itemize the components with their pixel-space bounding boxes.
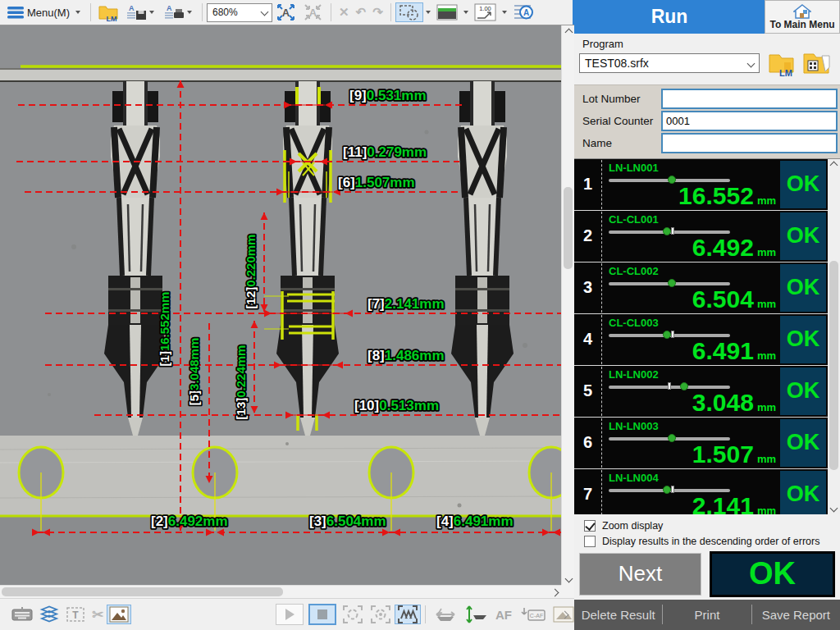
depth-composition-button[interactable] [395,605,421,624]
focus-once-button[interactable] [340,604,365,625]
scissors-button[interactable]: ✂ [92,606,103,623]
print-dropdown-arrow[interactable] [187,11,192,14]
run-stop-button[interactable] [308,604,336,625]
program-select[interactable]: TEST08.srfx [579,53,760,73]
toolbar-separator [390,3,391,21]
z-stage-button[interactable] [463,604,489,625]
checkbox-row-1[interactable]: Zoom display [584,518,840,533]
region-select-tool[interactable] [395,2,423,22]
measurement-unit: mm [757,401,776,413]
threshold-dropdown-arrow[interactable] [502,11,507,14]
results-scroll-up[interactable] [828,159,840,172]
undo-button[interactable]: ↶ [356,5,367,20]
camera-image: [9]0.531mm[11]0.279mm[6]1.507mm[7]2.141m… [0,25,561,585]
print-button[interactable]: A [162,2,196,23]
measurement-value: 1.507 [692,442,754,467]
value-wrap: 6.492mm [692,235,776,260]
zoom-level-combo[interactable]: 680% [207,3,272,22]
measurement-value: 2.141 [692,494,754,515]
image-display-button[interactable] [107,605,131,624]
result-body: LN-LN0023.048mm [602,366,779,417]
program-section: Program TEST08.srfx LM [574,34,840,84]
svg-text:[10]0.513mm: [10]0.513mm [354,398,439,413]
name-label: Name [574,137,661,149]
auto-measure-button[interactable]: A [511,2,536,23]
save-program-icon: A [126,3,147,21]
continuous-af-icon: C-AF [520,605,546,623]
result-row[interactable]: 5LN-LN0023.048mmOK [574,366,828,418]
brightness-dropdown-arrow[interactable] [463,11,468,14]
result-row[interactable]: 3CL-CL0026.504mmOK [574,262,828,314]
ok-button[interactable]: OK [710,551,835,597]
measurement-name: CL-CL003 [609,317,659,329]
result-row[interactable]: 4CL-CL0036.491mmOK [574,314,828,366]
next-button[interactable]: Next [579,553,701,596]
delete-result-button[interactable]: Delete Result [574,608,662,622]
threshold-tool[interactable]: 1.00 [472,2,498,23]
toolbar-expand-button[interactable] [560,604,569,625]
zoom-combo-chevron [261,7,269,16]
lot-number-input[interactable] [661,89,838,109]
lm-folder-icon: LM [98,2,119,22]
result-body: CL-CL0036.491mm [602,314,779,365]
checkbox-2[interactable] [584,536,596,547]
result-row[interactable]: 6LN-LN0031.507mmOK [574,418,828,469]
svg-text:[12]0.220mm: [12]0.220mm [244,235,258,309]
result-body: LN-LN00116.552mm [602,159,779,210]
layers-button[interactable] [38,604,61,625]
value-marker [668,434,676,442]
field-row: Lot Number [574,89,838,110]
region-tool-dropdown-arrow[interactable] [426,11,431,14]
focus-area-button[interactable] [368,604,393,625]
keyboard-button[interactable] [10,604,34,625]
svg-text:A: A [129,4,135,12]
af-button[interactable]: AF [495,608,512,622]
run-play-button[interactable] [276,604,304,625]
text-annotation-button[interactable]: T [64,604,87,625]
run-panel: Run To Main Menu Program TEST08.srfx LM [574,0,840,630]
to-main-menu-button[interactable]: To Main Menu [765,0,840,34]
scroll-right-arrow[interactable] [548,586,561,599]
save-report-button[interactable]: Save Report [752,608,840,622]
svg-text:[8]1.486mm: [8]1.486mm [368,348,445,363]
fit-zoom-out-button[interactable]: A [301,2,325,23]
image-vertical-scrollbar[interactable] [561,25,574,585]
checkbox-row-2[interactable]: Display results in the descending order … [584,533,840,549]
status-badge: OK [780,368,826,415]
brightness-tool[interactable] [435,2,459,23]
delete-measure-button[interactable]: ✕ [339,5,349,20]
menu-label: Menu(M) [27,7,70,19]
scroll-down-arrow[interactable] [562,572,575,585]
results-scroll-down[interactable] [828,501,840,514]
fit-zoom-in-button[interactable]: A [274,2,298,23]
svg-text:1.00: 1.00 [479,5,491,12]
vertical-scroll-thumb[interactable] [564,187,573,269]
result-number: 3 [574,262,601,313]
results-scrollbar[interactable] [828,159,840,515]
svg-text:LM: LM [107,15,117,22]
result-row[interactable]: 1LN-LN00116.552mmOK [574,159,828,211]
measurement-name: LN-LN003 [609,420,659,432]
result-row[interactable]: 2CL-CL0016.492mmOK [574,211,828,262]
print-button[interactable]: Print [663,608,751,622]
image-horizontal-scrollbar[interactable] [0,585,561,599]
checkbox-1[interactable] [584,520,596,532]
results-scroll-thumb[interactable] [829,261,838,470]
program-folder-button[interactable]: LM [766,52,797,74]
horizontal-scroll-thumb[interactable] [2,587,283,596]
program-qr-button[interactable] [801,52,833,74]
serial-counter-input[interactable] [661,111,838,131]
continuous-af-button[interactable]: C-AF [518,604,548,625]
xy-stage-button[interactable] [431,604,459,625]
redo-button[interactable]: ↷ [372,5,383,20]
result-row[interactable]: 7LN-LN0042.141mmOK [574,469,828,515]
camera-view[interactable]: [9]0.531mm[11]0.279mm[6]1.507mm[7]2.141m… [0,25,574,599]
main-menu-button[interactable]: Menu(M) [6,2,84,23]
scroll-up-arrow[interactable] [562,25,575,39]
result-body: CL-CL0016.492mm [602,211,779,262]
save-dropdown-arrow[interactable] [149,11,154,14]
name-input[interactable] [661,133,838,153]
play-icon [285,609,294,620]
open-program-button[interactable]: LM [97,2,121,23]
save-program-button[interactable]: A [124,2,158,23]
